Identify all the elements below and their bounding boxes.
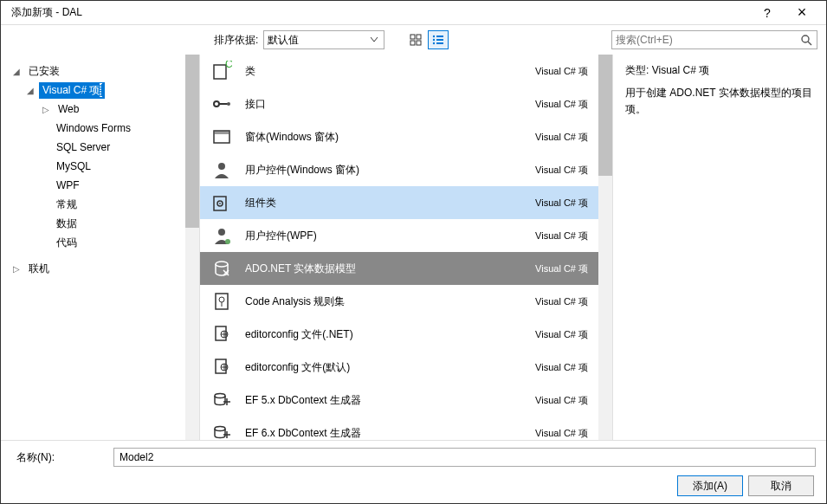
tree-installed[interactable]: ◢已安装: [1, 61, 185, 81]
tree-data[interactable]: 数据: [1, 214, 185, 233]
svg-rect-12: [214, 65, 226, 79]
search-box[interactable]: [611, 30, 817, 49]
search-icon: [799, 34, 813, 46]
list-item[interactable]: ADO.NET 实体数据模型Visual C# 项: [200, 252, 598, 285]
tree-code[interactable]: 代码: [1, 233, 185, 252]
tree-visual-csharp[interactable]: ◢Visual C# 项: [1, 81, 185, 100]
template-list: C#类Visual C# 项接口Visual C# 项窗体(Windows 窗体…: [200, 55, 613, 440]
svg-point-10: [802, 36, 809, 42]
svg-point-31: [215, 394, 225, 398]
svg-point-19: [218, 163, 225, 170]
name-input[interactable]: [113, 448, 816, 467]
form-icon: [210, 126, 233, 148]
svg-line-11: [808, 42, 811, 45]
list-item[interactable]: 接口Visual C# 项: [200, 87, 598, 120]
svg-point-6: [433, 39, 435, 41]
category-tree: ◢已安装 ◢Visual C# 项 ▷Web Windows Forms SQL…: [1, 55, 200, 440]
item-type: Visual C# 项: [535, 427, 588, 440]
tree-winforms[interactable]: Windows Forms: [1, 119, 185, 138]
list-scrollbar[interactable]: [598, 55, 612, 440]
list-item[interactable]: EF 6.x DbContext 生成器Visual C# 项: [200, 417, 598, 440]
svg-rect-7: [436, 39, 443, 41]
svg-point-23: [218, 229, 225, 236]
caret-down-icon: ◢: [27, 86, 36, 95]
svg-text:C#: C#: [225, 61, 232, 70]
svg-point-22: [219, 203, 221, 204]
item-type: Visual C# 项: [535, 131, 588, 144]
svg-point-14: [214, 101, 219, 107]
add-button[interactable]: 添加(A): [677, 475, 743, 496]
sort-combo[interactable]: 默认值: [263, 30, 384, 49]
sort-label: 排序依据:: [214, 33, 258, 48]
tree-mysql[interactable]: MySQL: [1, 157, 185, 176]
item-type: Visual C# 项: [535, 295, 588, 308]
svg-rect-2: [410, 41, 415, 45]
tree-web[interactable]: ▷Web: [1, 100, 185, 119]
svg-rect-0: [410, 35, 415, 39]
item-name: ADO.NET 实体数据模型: [245, 262, 535, 276]
list-item[interactable]: Code Analysis 规则集Visual C# 项: [200, 285, 598, 318]
svg-point-25: [216, 262, 228, 267]
tree-online[interactable]: ▷联机: [1, 259, 185, 278]
item-name: EF 5.x DbContext 生成器: [245, 393, 535, 408]
view-icons-button[interactable]: [405, 30, 426, 49]
item-name: EF 6.x DbContext 生成器: [245, 426, 535, 441]
ruleset-icon: [210, 290, 233, 313]
editorconfig-icon: [210, 323, 233, 346]
usercontrolwpf-icon: [210, 224, 233, 247]
help-button[interactable]: ?: [750, 1, 785, 25]
svg-rect-1: [417, 35, 421, 39]
cancel-button[interactable]: 取消: [748, 475, 814, 496]
usercontrol-icon: [210, 158, 233, 181]
sidebar-scrollbar[interactable]: [185, 55, 199, 440]
list-item[interactable]: 用户控件(Windows 窗体)Visual C# 项: [200, 153, 598, 186]
footer: 名称(N): 添加(A) 取消: [1, 440, 826, 503]
tree-general[interactable]: 常规: [1, 195, 185, 214]
component-icon: [210, 191, 233, 214]
item-name: 组件类: [245, 196, 535, 210]
list-item[interactable]: 窗体(Windows 窗体)Visual C# 项: [200, 120, 598, 153]
svg-point-24: [225, 239, 230, 244]
svg-rect-9: [436, 42, 443, 44]
list-item[interactable]: editorconfig 文件(默认)Visual C# 项: [200, 351, 598, 384]
list-item[interactable]: 用户控件(WPF)Visual C# 项: [200, 219, 598, 252]
caret-right-icon: ▷: [42, 105, 51, 114]
chevron-down-icon: [368, 31, 380, 48]
list-item[interactable]: 组件类Visual C# 项: [200, 186, 598, 219]
item-type: Visual C# 项: [535, 262, 588, 275]
svg-rect-5: [436, 36, 443, 37]
tree-sqlserver[interactable]: SQL Server: [1, 138, 185, 157]
editorconfig-icon: [210, 356, 233, 378]
item-type: Visual C# 项: [535, 65, 588, 78]
item-type: Visual C# 项: [535, 328, 588, 341]
item-type: Visual C# 项: [535, 394, 588, 407]
item-name: 窗体(Windows 窗体): [245, 130, 535, 145]
sort-value: 默认值: [268, 33, 368, 48]
interface-icon: [210, 93, 233, 115]
caret-down-icon: ◢: [13, 67, 22, 76]
ef-icon: [210, 389, 233, 411]
class-icon: C#: [210, 60, 233, 82]
item-name: 用户控件(WPF): [245, 229, 535, 243]
item-type: Visual C# 项: [535, 361, 588, 374]
search-input[interactable]: [616, 34, 799, 46]
svg-point-16: [227, 102, 230, 106]
list-item[interactable]: editorconfig 文件(.NET)Visual C# 项: [200, 318, 598, 351]
tree-wpf[interactable]: WPF: [1, 176, 185, 195]
item-name: 用户控件(Windows 窗体): [245, 163, 535, 178]
item-name: Code Analysis 规则集: [245, 294, 535, 309]
svg-rect-3: [417, 41, 421, 45]
list-item[interactable]: C#类Visual C# 项: [200, 55, 598, 87]
detail-panel: 类型: Visual C# 项 用于创建 ADO.NET 实体数据模型的项目项。: [613, 55, 826, 440]
item-type: Visual C# 项: [535, 164, 588, 177]
item-type: Visual C# 项: [535, 197, 588, 210]
item-type: Visual C# 项: [535, 98, 588, 111]
detail-type: 类型: Visual C# 项: [625, 63, 814, 78]
list-item[interactable]: EF 5.x DbContext 生成器Visual C# 项: [200, 384, 598, 417]
view-list-button[interactable]: [428, 30, 449, 49]
svg-point-4: [433, 36, 435, 37]
item-name: editorconfig 文件(默认): [245, 360, 535, 375]
caret-right-icon: ▷: [13, 264, 22, 274]
titlebar: 添加新项 - DAL ? ×: [1, 1, 826, 25]
close-button[interactable]: ×: [785, 1, 819, 25]
